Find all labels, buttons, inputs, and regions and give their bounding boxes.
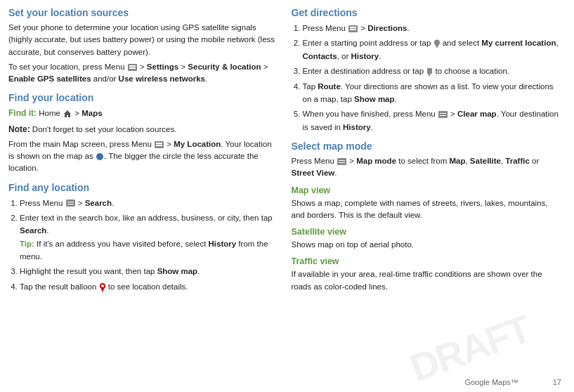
pin-small-icon [433,39,441,48]
contacts-label: Contacts [303,52,337,60]
my-location-label: My Location [174,140,221,148]
dir-step-4: Tap Route. Your directions are shown as … [303,80,562,106]
pin-icon [99,282,106,292]
dir-step-5: When you have finished, press Menu > Cle… [303,107,562,133]
history-dir-label: History [351,52,379,60]
dir-step-3: Enter a destination address or tap to ch… [303,65,562,77]
map-mode-label: Map mode [356,157,396,165]
show-map-label: Show map [157,267,198,275]
note-label: Note: [8,124,30,134]
svg-marker-2 [100,287,105,292]
history2-label: History [343,123,371,131]
settings-label: Settings [147,63,178,71]
step-4: Tap the result balloon to see location d… [20,280,279,293]
step-3: Highlight the result you want, then tap … [20,265,279,277]
svg-marker-5 [435,44,439,48]
satellite-view-body: Shows map on top of aerial photo. [292,239,562,251]
note-line: Note: Don't forget to set your location … [8,123,279,136]
map-view-title: Map view [292,185,562,195]
find-any-steps: Press Menu > Search. Enter text in the s… [20,197,279,294]
find-it-line: Find it: Home > Maps [8,107,279,119]
clear-map-label: Clear map [457,110,497,118]
right-column: Get directions Press Menu > Directions. … [292,7,562,385]
maps-label: Maps [81,109,102,117]
get-directions-steps: Press Menu > Directions. Enter a startin… [303,22,562,133]
tip-label: Tip: [20,240,34,248]
search-tap-label: Search [20,226,46,235]
satellite-view-title: Satellite view [292,227,562,237]
show-map2-label: Show map [354,95,395,103]
find-it-label: Find it: [8,108,37,118]
section-find-any-title: Find any location [8,182,279,193]
home-icon [63,110,72,118]
svg-marker-7 [428,74,431,77]
menu-icon2 [155,141,164,148]
step-1: Press Menu > Search. [20,197,279,209]
dir-step-1: Press Menu > Directions. [303,22,562,34]
menu-icon-dir5 [438,111,448,118]
street-view-opt-label: Street View [292,169,335,177]
satellite-opt-label: Satellite [470,157,501,165]
enable-gps-label: Enable GPS satellites [8,74,91,83]
page-footer: Google Maps™ 17 [464,378,561,386]
security-label: Security & location [188,63,261,71]
svg-marker-0 [64,110,71,117]
menu-icon-dir1 [348,25,358,32]
map-opt-label: Map [449,157,465,165]
left-column: Set your location sources Set your phone… [8,7,279,385]
step-2: Enter text in the search box, like an ad… [20,211,279,263]
search-label: Search [85,199,112,207]
history-label: History [209,240,237,248]
svg-rect-6 [427,68,432,74]
menu-icon-map [337,158,346,165]
menu-icon [128,64,137,71]
map-view-body: Shows a map, complete with names of stre… [292,197,562,222]
traffic-view-body: If available in your area, real-time tra… [292,268,562,293]
location-dot-icon [96,153,103,160]
section-find-location-title: Find your location [8,92,279,103]
map-mode-body: Press Menu > Map mode to select from Map… [292,155,562,180]
svg-point-3 [101,285,104,287]
section-set-location-body1: Set your phone to determine your locatio… [8,22,279,58]
menu-icon3 [66,200,75,207]
footer-app-name: Google Maps™ [464,378,518,386]
from-main-line: From the main Map screen, press Menu > M… [8,138,279,175]
wireless-label: Use wireless networks [119,74,205,83]
traffic-opt-label: Traffic [505,157,530,165]
route-label: Route [318,82,341,91]
section-get-directions-title: Get directions [292,7,562,18]
dir-step-2: Enter a starting point address or tap an… [303,37,562,63]
directions-label: Directions [367,24,407,32]
page-number: 17 [553,378,561,386]
section-set-location-body2: To set your location, press Menu > Setti… [8,61,279,86]
section-select-map-mode-title: Select map mode [292,141,562,152]
my-current-location-label: My current location [481,39,556,47]
section-set-location-title: Set your location sources [8,7,279,18]
traffic-view-title: Traffic view [292,256,562,266]
pin-dest-icon [426,67,433,77]
